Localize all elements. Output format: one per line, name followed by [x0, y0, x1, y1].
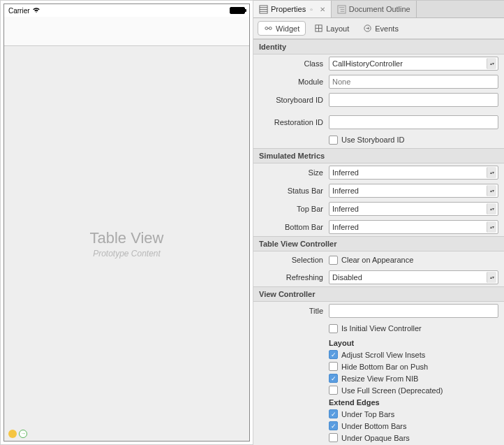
refreshing-combo[interactable]: Disabled ▴▾ [329, 270, 498, 284]
resize-from-nib-checkbox[interactable]: ✓ [329, 374, 338, 383]
svg-point-8 [265, 27, 268, 30]
chevron-updown-icon: ▴▾ [487, 272, 496, 283]
section-identity-header: Identity [253, 39, 504, 54]
selection-label: Selection [259, 256, 329, 264]
under-top-bars-checkbox[interactable]: ✓ [329, 409, 338, 418]
subtab-layout[interactable]: Layout [309, 22, 355, 35]
properties-icon [259, 5, 268, 14]
status-bar-combo[interactable]: Inferred ▴▾ [329, 184, 498, 198]
bottom-bar-combo[interactable]: Inferred ▴▾ [329, 220, 498, 234]
size-label: Size [259, 168, 329, 177]
chevron-updown-icon: ▴▾ [487, 221, 496, 233]
under-opaque-bars-checkbox[interactable] [329, 433, 338, 442]
layout-icon [314, 24, 323, 33]
adjust-scroll-checkbox[interactable]: ✓ [329, 350, 338, 359]
class-label: Class [259, 59, 329, 68]
inspector-subtabs: Widget Layout Events [253, 18, 504, 39]
device-frame[interactable]: Carrier Table View Prototype Content → [3, 3, 250, 442]
close-icon[interactable]: ✕ [320, 6, 325, 13]
chevron-updown-icon: ▴▾ [487, 58, 496, 69]
extend-edges-subheading: Extend Edges [329, 396, 498, 408]
restoration-id-input[interactable] [329, 115, 498, 129]
pin-icon[interactable]: ▫ [310, 6, 313, 13]
size-combo[interactable]: Inferred ▴▾ [329, 166, 498, 180]
status-bar-label: Status Bar [259, 187, 329, 195]
outline-icon [337, 5, 346, 14]
module-input[interactable] [329, 75, 498, 89]
top-bar-combo[interactable]: Inferred ▴▾ [329, 202, 498, 216]
table-view-subtitle: Prototype Content [93, 249, 161, 258]
scene-indicators: → [8, 430, 27, 438]
first-responder-icon[interactable] [8, 430, 17, 438]
section-vc-header: View Controller [253, 286, 504, 302]
section-simulated-metrics-header: Simulated Metrics [253, 148, 504, 163]
properties-panel: Properties ▫ ✕ Document Outline Widget L… [253, 0, 504, 445]
subtab-widget[interactable]: Widget [258, 21, 306, 36]
under-bottom-bars-checkbox[interactable]: ✓ [329, 421, 338, 430]
navigation-bar[interactable] [4, 17, 249, 46]
battery-icon [230, 7, 245, 14]
storyboard-id-label: Storyboard ID [259, 96, 329, 104]
status-bar: Carrier [4, 4, 249, 17]
design-canvas: Carrier Table View Prototype Content → [0, 0, 253, 445]
exit-icon[interactable]: → [19, 430, 27, 438]
use-full-screen-checkbox[interactable] [329, 386, 338, 395]
tab-document-outline[interactable]: Document Outline [332, 1, 417, 17]
svg-point-9 [269, 27, 272, 30]
hide-bottom-bar-checkbox[interactable] [329, 362, 338, 371]
wifi-icon [32, 7, 40, 15]
refreshing-label: Refreshing [259, 273, 329, 282]
subtab-events[interactable]: Events [357, 22, 404, 35]
module-label: Module [259, 78, 329, 86]
title-label: Title [259, 307, 329, 315]
layout-subheading: Layout [329, 337, 498, 349]
chevron-updown-icon: ▴▾ [487, 167, 496, 178]
table-view[interactable]: Table View Prototype Content [4, 46, 249, 441]
restoration-id-label: Restoration ID [259, 118, 329, 126]
class-combo[interactable]: CallHistoryController ▴▾ [329, 57, 498, 71]
widget-icon [264, 24, 273, 33]
is-initial-checkbox[interactable] [329, 324, 338, 333]
events-icon [363, 24, 372, 33]
panel-tabs: Properties ▫ ✕ Document Outline [253, 1, 504, 18]
chevron-updown-icon: ▴▾ [487, 203, 496, 214]
clear-on-appearance-checkbox[interactable] [329, 256, 338, 265]
storyboard-id-input[interactable] [329, 93, 498, 107]
title-input[interactable] [329, 304, 498, 318]
tab-properties[interactable]: Properties ▫ ✕ [253, 1, 332, 17]
use-storyboard-id-checkbox[interactable] [329, 136, 338, 145]
top-bar-label: Top Bar [259, 205, 329, 213]
carrier-label: Carrier [8, 7, 30, 15]
table-view-title: Table View [90, 229, 164, 247]
chevron-updown-icon: ▴▾ [487, 185, 496, 196]
section-tvc-header: Table View Controller [253, 236, 504, 251]
bottom-bar-label: Bottom Bar [259, 223, 329, 231]
